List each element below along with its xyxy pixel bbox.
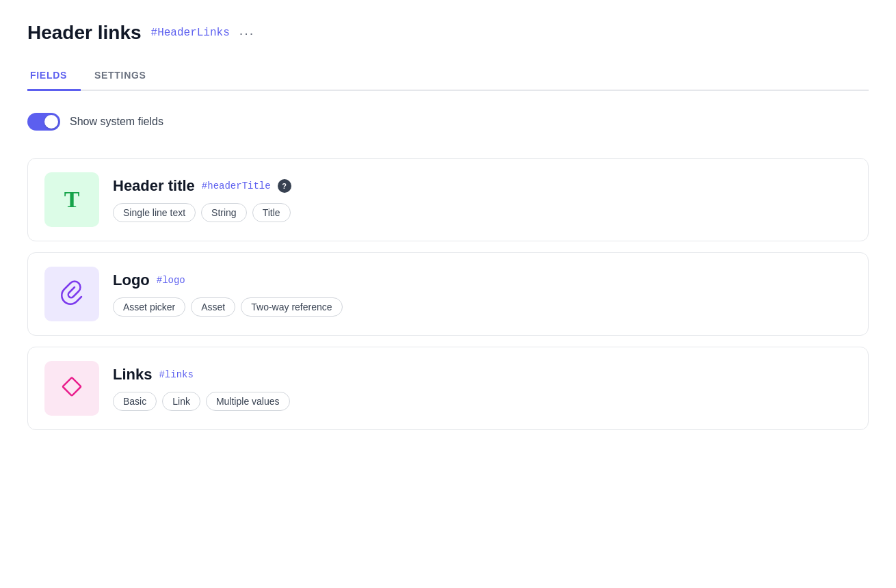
tab-fields[interactable]: FIELDS (27, 63, 81, 91)
toggle-knob (44, 115, 58, 129)
field-card-logo[interactable]: Logo #logo Asset picker Asset Two-way re… (27, 252, 869, 336)
tag-asset: Asset (191, 297, 235, 317)
field-hash: #headerTitle (202, 181, 271, 191)
field-icon-box-links (44, 361, 99, 416)
field-name-row-links: Links #links (113, 366, 290, 384)
fields-list: T Header title #headerTitle ? Single lin… (27, 158, 869, 430)
tab-settings[interactable]: SETTINGS (81, 63, 160, 91)
tag-title: Title (252, 203, 291, 222)
tag-link: Link (162, 392, 200, 411)
system-fields-label: Show system fields (70, 116, 163, 128)
field-name-links: Links (113, 366, 152, 384)
field-tags-header-title: Single line text String Title (113, 203, 291, 222)
more-options-icon[interactable]: ··· (239, 25, 255, 41)
field-hash-logo: #logo (157, 275, 185, 286)
tag-multiple-values: Multiple values (206, 392, 290, 411)
field-icon-box-header-title: T (44, 172, 99, 227)
tabs-container: FIELDS SETTINGS (27, 63, 869, 91)
field-tags-logo: Asset picker Asset Two-way reference (113, 297, 343, 317)
field-info-logo: Logo #logo Asset picker Asset Two-way re… (113, 271, 343, 317)
help-icon[interactable]: ? (278, 179, 291, 193)
tag-string: String (201, 203, 247, 222)
clip-icon (60, 280, 84, 308)
field-card-links[interactable]: Links #links Basic Link Multiple values (27, 347, 869, 430)
system-fields-toggle[interactable] (27, 113, 60, 131)
field-name-row: Header title #headerTitle ? (113, 177, 291, 195)
page-hash-id: #HeaderLinks (151, 27, 230, 39)
field-name: Header title (113, 177, 195, 195)
field-name-logo: Logo (113, 271, 150, 289)
tag-two-way-reference: Two-way reference (241, 297, 342, 317)
page-title: Header links (27, 22, 142, 44)
field-info-header-title: Header title #headerTitle ? Single line … (113, 177, 291, 222)
field-hash-links: #links (159, 369, 193, 380)
tag-basic: Basic (113, 392, 157, 411)
system-fields-toggle-row: Show system fields (27, 113, 869, 131)
field-name-row-logo: Logo #logo (113, 271, 343, 289)
tag-single-line-text: Single line text (113, 203, 196, 222)
field-icon-box-logo (44, 267, 99, 321)
svg-rect-0 (63, 377, 81, 396)
field-card-header-title[interactable]: T Header title #headerTitle ? Single lin… (27, 158, 869, 241)
text-icon: T (64, 187, 80, 213)
field-info-links: Links #links Basic Link Multiple values (113, 366, 290, 411)
tag-asset-picker: Asset picker (113, 297, 185, 317)
diamond-icon (60, 375, 83, 401)
field-tags-links: Basic Link Multiple values (113, 392, 290, 411)
page-header: Header links #HeaderLinks ··· (27, 22, 869, 44)
